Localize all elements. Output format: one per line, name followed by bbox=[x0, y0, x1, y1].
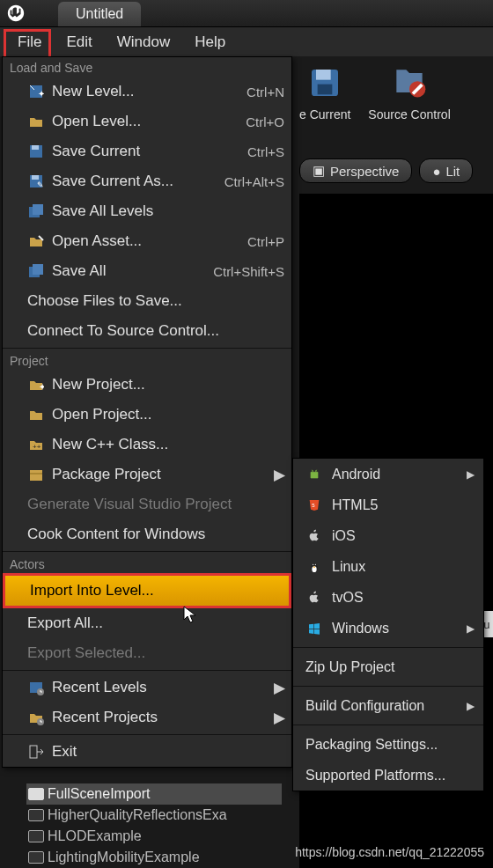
open-project-item[interactable]: Open Project... bbox=[3, 400, 291, 430]
open-asset-item[interactable]: Open Asset... Ctrl+P bbox=[3, 226, 291, 256]
package-project-item[interactable]: Package Project ▶ bbox=[3, 460, 291, 489]
folder-lightingmobility[interactable]: LightingMobilityExample bbox=[26, 847, 282, 868]
bg-toolbar: e Current Source Control bbox=[299, 62, 451, 121]
platform-linux-item[interactable]: Linux bbox=[293, 551, 483, 582]
import-into-level-highlight-annotation: Import Into Level... bbox=[3, 573, 291, 608]
save-current-toolbar-button[interactable]: e Current bbox=[299, 62, 350, 121]
svg-rect-2 bbox=[318, 85, 333, 95]
section-actors: Actors bbox=[3, 554, 291, 573]
import-into-level-item[interactable]: Import Into Level... bbox=[5, 576, 289, 606]
save-all-levels-item[interactable]: Save All Levels bbox=[3, 196, 291, 226]
menu-window[interactable]: Window bbox=[105, 28, 182, 56]
perspective-button[interactable]: ▣ Perspective bbox=[299, 158, 412, 183]
save-current-as-item[interactable]: ✎ Save Current As... Ctrl+Alt+S bbox=[3, 166, 291, 196]
connect-source-control-item[interactable]: Connect To Source Control... bbox=[3, 316, 291, 346]
build-configuration-item[interactable]: Build Configuration ▶ bbox=[293, 690, 483, 721]
source-control-toolbar-button[interactable]: Source Control bbox=[368, 62, 450, 121]
export-all-label: Export All... bbox=[27, 614, 284, 632]
open-level-shortcut: Ctrl+O bbox=[246, 114, 284, 129]
supported-platforms-item[interactable]: Supported Platforms... bbox=[293, 760, 483, 791]
new-project-item[interactable]: ✦ New Project... bbox=[3, 370, 291, 400]
cook-content-item[interactable]: Cook Content for Windows bbox=[3, 519, 291, 549]
svg-rect-22 bbox=[30, 746, 37, 758]
packaging-settings-item[interactable]: Packaging Settings... bbox=[293, 729, 483, 760]
svg-rect-8 bbox=[32, 145, 39, 150]
platform-android-item[interactable]: Android ▶ bbox=[293, 459, 483, 489]
submenu-arrow-icon: ▶ bbox=[467, 622, 475, 635]
platform-tvos-item[interactable]: tvOS bbox=[293, 582, 483, 613]
submenu-divider bbox=[293, 725, 483, 725]
menu-divider bbox=[3, 670, 291, 671]
menu-divider bbox=[3, 551, 291, 552]
menu-divider bbox=[3, 734, 291, 735]
perspective-label: Perspective bbox=[330, 164, 399, 179]
folder-higherqualityreflections[interactable]: HigherQualityReflectionsExa bbox=[26, 805, 282, 826]
choose-files-item[interactable]: Choose Files to Save... bbox=[3, 286, 291, 316]
source-control-label: Source Control bbox=[368, 107, 450, 121]
new-level-item[interactable]: ✦ New Level... Ctrl+N bbox=[3, 77, 291, 107]
new-cpp-class-item[interactable]: ++ New C++ Class... bbox=[3, 430, 291, 460]
platform-ios-item[interactable]: iOS bbox=[293, 520, 483, 551]
html5-icon: 5 bbox=[305, 497, 323, 514]
save-current-shortcut: Ctrl+S bbox=[247, 144, 284, 159]
menu-file[interactable]: File bbox=[5, 28, 54, 56]
export-all-item[interactable]: Export All... bbox=[3, 608, 291, 638]
menu-edit[interactable]: Edit bbox=[54, 28, 104, 56]
svg-point-28 bbox=[313, 563, 313, 564]
platform-windows-item[interactable]: Windows ▶ bbox=[293, 613, 483, 644]
exit-item[interactable]: Exit bbox=[3, 737, 291, 767]
content-browser-tree: FullSceneImport HigherQualityReflections… bbox=[26, 783, 282, 868]
build-config-label: Build Configuration bbox=[305, 698, 424, 714]
svg-point-29 bbox=[315, 563, 316, 564]
document-tab[interactable]: Untitled bbox=[58, 2, 141, 26]
folder-hlodexample[interactable]: HLODExample bbox=[26, 826, 282, 847]
svg-rect-10 bbox=[32, 175, 39, 180]
save-all-levels-icon bbox=[27, 202, 45, 220]
choose-files-label: Choose Files to Save... bbox=[27, 292, 284, 310]
svg-point-23 bbox=[312, 470, 313, 471]
source-control-icon bbox=[388, 62, 430, 104]
lit-button[interactable]: ● Lit bbox=[419, 158, 473, 183]
menu-help[interactable]: Help bbox=[182, 28, 238, 56]
android-label: Android bbox=[332, 467, 380, 482]
svg-rect-13 bbox=[33, 204, 43, 215]
windows-icon bbox=[305, 620, 323, 637]
ios-label: iOS bbox=[332, 528, 356, 544]
svg-rect-18 bbox=[30, 470, 42, 481]
platform-html5-item[interactable]: 5 HTML5 bbox=[293, 489, 483, 520]
submenu-arrow-icon: ▶ bbox=[274, 466, 284, 484]
folder-label: FullSceneImport bbox=[48, 786, 151, 802]
folder-label: HLODExample bbox=[48, 828, 142, 844]
save-all-levels-label: Save All Levels bbox=[52, 202, 284, 220]
save-all-label: Save All bbox=[52, 262, 213, 280]
open-level-icon bbox=[27, 113, 45, 130]
cook-content-label: Cook Content for Windows bbox=[27, 526, 284, 543]
save-all-item[interactable]: Save All Ctrl+Shift+S bbox=[3, 256, 291, 286]
packaging-settings-label: Packaging Settings... bbox=[305, 737, 438, 753]
unreal-logo-icon bbox=[0, 0, 32, 26]
open-project-label: Open Project... bbox=[52, 406, 284, 423]
save-all-icon bbox=[27, 262, 45, 280]
recent-projects-item[interactable]: Recent Projects ▶ bbox=[3, 702, 291, 732]
folder-fullsceneimport[interactable]: FullSceneImport bbox=[26, 783, 282, 805]
viewport-toolbar: ▣ Perspective ● Lit bbox=[299, 158, 473, 183]
folder-icon bbox=[28, 830, 44, 842]
folder-label: HigherQualityReflectionsExa bbox=[48, 807, 227, 823]
html5-label: HTML5 bbox=[332, 497, 378, 513]
open-level-item[interactable]: Open Level... Ctrl+O bbox=[3, 107, 291, 136]
watermark-text: https://blog.csdn.net/qq_21222055 bbox=[295, 845, 484, 859]
save-current-item[interactable]: Save Current Ctrl+S bbox=[3, 136, 291, 166]
save-current-label: e Current bbox=[299, 107, 350, 121]
exit-icon bbox=[27, 743, 45, 761]
linux-icon bbox=[305, 558, 323, 576]
submenu-arrow-icon: ▶ bbox=[467, 700, 475, 712]
title-bar: Untitled bbox=[0, 0, 493, 26]
tvos-label: tvOS bbox=[332, 590, 364, 606]
menu-divider bbox=[3, 348, 291, 349]
zip-project-item[interactable]: Zip Up Project bbox=[293, 651, 483, 682]
recent-levels-item[interactable]: Recent Levels ▶ bbox=[3, 673, 291, 702]
open-asset-label: Open Asset... bbox=[52, 232, 247, 250]
apple-icon bbox=[305, 589, 323, 607]
export-selected-label: Export Selected... bbox=[27, 644, 284, 662]
submenu-arrow-icon: ▶ bbox=[274, 709, 284, 727]
